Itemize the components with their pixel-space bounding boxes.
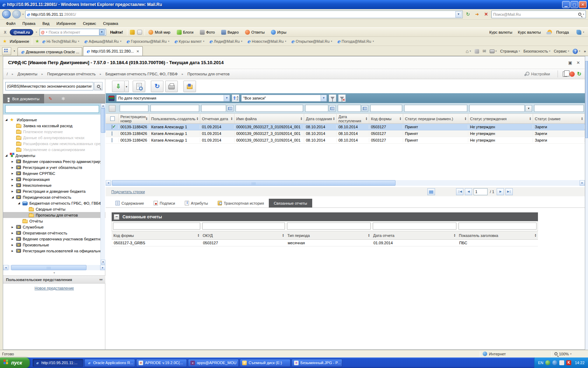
tree-expander-icon[interactable] bbox=[12, 183, 16, 187]
add-favorite-icon[interactable]: ★ bbox=[35, 39, 39, 44]
mailru-logo[interactable]: @mail.ru bbox=[10, 29, 33, 35]
menu-item[interactable]: Справка bbox=[100, 21, 121, 26]
sort-icon[interactable]: ▲▼ bbox=[454, 234, 456, 237]
tree-item[interactable]: Служебные bbox=[3, 224, 105, 230]
tree-item[interactable]: Отчёты bbox=[3, 218, 105, 224]
column-header[interactable]: Пользователь-создатель▲▼ bbox=[149, 114, 200, 123]
sort-icon[interactable]: ▲▼ bbox=[197, 234, 200, 237]
scroll-left-icon[interactable]: ◂ bbox=[106, 180, 111, 186]
scroll-thumb[interactable] bbox=[112, 180, 396, 186]
favorite-link[interactable]: eОткрытки@Mail.Ru▾ bbox=[291, 39, 332, 44]
breadcrumb-item[interactable]: Протоколы для отчетов bbox=[178, 72, 230, 76]
tree-item[interactable]: Реорганизация bbox=[3, 176, 105, 182]
table-row[interactable]: 00139-1188426 Катаев Александр 1 01.09.2… bbox=[106, 124, 585, 130]
dropdown-arrow-icon[interactable]: ▼ bbox=[224, 95, 230, 101]
weather-link[interactable]: Погода bbox=[546, 29, 570, 35]
filter-created-input[interactable] bbox=[305, 105, 328, 112]
breadcrumb-item[interactable]: Периодическая отчётность bbox=[37, 72, 96, 76]
send-button[interactable] bbox=[183, 81, 196, 92]
dropdown-arrow-icon[interactable]: ▼ bbox=[525, 105, 532, 112]
tab-settings[interactable]: ✱ bbox=[57, 94, 70, 103]
filter-file-input[interactable] bbox=[236, 105, 303, 112]
favorites-label[interactable]: Избранное bbox=[10, 39, 29, 43]
logo-dropdown-icon[interactable]: ▾ bbox=[36, 31, 37, 34]
browser-tab[interactable]: ehttp://10.95.201.11:280...✕ bbox=[83, 46, 143, 56]
tree-item[interactable]: Данные об аннулированных чеках bbox=[3, 135, 105, 141]
taskbar-item[interactable]: ehttp://10.95.201.11:... bbox=[33, 359, 83, 367]
search-box[interactable]: Поиск@Mail.Ru ▾ bbox=[491, 11, 586, 18]
tab-close-icon[interactable]: ✕ bbox=[136, 49, 139, 53]
favorite-link[interactable]: eКурсы валют▾ bbox=[174, 39, 204, 44]
filter-transfer-input[interactable] bbox=[404, 105, 467, 112]
currency-link-1[interactable]: Курс валюты bbox=[489, 30, 512, 34]
tree-vertical-scrollbar[interactable]: ▲ ▼ bbox=[100, 103, 105, 265]
clear-filter-button[interactable]: ✕ bbox=[338, 94, 346, 102]
favorite-link[interactable]: eЛеди@Mail.Ru▾ bbox=[209, 39, 243, 44]
favorite-link[interactable]: eHi-Tech@Mail.Ru▾ bbox=[42, 39, 79, 44]
tree-expander-icon[interactable] bbox=[12, 243, 16, 247]
tree-expander-icon[interactable] bbox=[12, 165, 16, 169]
security-menu[interactable]: Безопасность▾ bbox=[523, 49, 550, 53]
back-button[interactable]: ← bbox=[2, 10, 11, 19]
print-button[interactable]: ▾ bbox=[490, 49, 497, 53]
mailru-link[interactable]: Игры bbox=[270, 29, 287, 35]
tree-expander-icon[interactable] bbox=[12, 237, 16, 241]
page-menu[interactable]: Страница▾ bbox=[500, 49, 520, 53]
tree-expander-icon[interactable] bbox=[12, 249, 16, 253]
column-header[interactable]: Показатель заголовка▲▼ bbox=[457, 233, 538, 238]
app-restore-icon[interactable]: ▣ bbox=[568, 60, 572, 65]
tray-antivirus-icon[interactable]: K bbox=[566, 360, 571, 365]
detail-tab[interactable]: Связанные отчеты bbox=[269, 199, 312, 207]
minimize-button[interactable]: ▁ bbox=[562, 1, 570, 8]
related-filter-input[interactable] bbox=[287, 223, 371, 230]
settings-link[interactable]: Настройки bbox=[531, 72, 550, 76]
tab-edit[interactable]: ✎ bbox=[44, 94, 57, 103]
export-button[interactable]: ⇩ bbox=[112, 81, 125, 92]
tree-item[interactable]: Оперативная отчётность bbox=[3, 230, 105, 236]
records-filter-select[interactable]: "Все записи" ▼ bbox=[241, 95, 327, 102]
dropdown-arrow-icon[interactable]: ▼ bbox=[321, 95, 327, 101]
zoom-control[interactable]: 100%▾ bbox=[554, 352, 586, 356]
mailru-search-box[interactable]: @ ▾ Поиск в Интернет ▼ bbox=[40, 29, 106, 36]
refresh-button[interactable]: ↻ bbox=[464, 11, 472, 18]
breadcrumb-item[interactable]: Документы bbox=[8, 72, 37, 76]
taskbar-item[interactable]: eСъемный диск (E:) bbox=[240, 359, 290, 367]
tray-shield-icon[interactable] bbox=[545, 360, 550, 365]
rss-icon[interactable] bbox=[475, 49, 479, 54]
books-icon[interactable] bbox=[108, 96, 114, 101]
calendar-button[interactable] bbox=[329, 105, 336, 112]
new-view-link[interactable]: Новое представление bbox=[35, 286, 74, 290]
column-header[interactable]: Статус (наиме▲▼ bbox=[533, 114, 585, 123]
sort-order-select[interactable]: По дате поступления ▼ bbox=[116, 95, 230, 102]
menu-item[interactable]: Вид bbox=[39, 21, 52, 26]
favorite-link[interactable]: eАфиша@Mail.Ru▾ bbox=[84, 39, 121, 44]
search-dropdown-icon[interactable]: ▾ bbox=[583, 13, 584, 16]
help-button[interactable]: ?▾ bbox=[573, 49, 580, 54]
preview-icon[interactable] bbox=[137, 30, 142, 35]
tree-expander-icon[interactable] bbox=[12, 196, 16, 199]
url-text[interactable]: http://10.95.201.11:28081/ bbox=[31, 12, 454, 16]
history-dropdown-icon[interactable]: ▾ bbox=[22, 13, 24, 16]
preview-button[interactable] bbox=[133, 81, 145, 92]
page-vertical-scrollbar[interactable] bbox=[585, 56, 588, 350]
sort-icon[interactable]: ▲▼ bbox=[464, 117, 467, 121]
sort-icon[interactable]: ▲▼ bbox=[196, 117, 199, 121]
related-filter-input[interactable] bbox=[113, 223, 200, 230]
sort-icon[interactable]: ▲▼ bbox=[534, 234, 537, 237]
browser-tab[interactable]: eДомашняя страница Oracle ... bbox=[18, 47, 82, 56]
tray-app-icon[interactable] bbox=[559, 360, 564, 365]
menu-item[interactable]: Избранное bbox=[53, 21, 79, 26]
tree-item[interactable]: Избранные bbox=[3, 117, 105, 123]
page-number-input[interactable] bbox=[474, 188, 488, 195]
taskbar-item[interactable]: eOracle Applications R... bbox=[84, 359, 135, 367]
last-page-button[interactable]: ▶❘ bbox=[505, 188, 513, 195]
sort-icon[interactable]: ▲▼ bbox=[529, 117, 532, 121]
column-header[interactable]: Статус передачи (наимен.)▲▼ bbox=[403, 114, 468, 123]
sort-icon[interactable]: ▲▼ bbox=[333, 117, 336, 121]
detail-tab[interactable]: Подписи bbox=[149, 199, 180, 207]
tree-item[interactable]: Регистрация и учет обязательств bbox=[3, 164, 105, 170]
language-indicator[interactable]: EN bbox=[538, 361, 543, 365]
find-button[interactable]: Найти! bbox=[108, 29, 125, 35]
sort-icon[interactable]: ▲▼ bbox=[146, 117, 148, 121]
sort-icon[interactable]: ▲▼ bbox=[282, 234, 285, 237]
